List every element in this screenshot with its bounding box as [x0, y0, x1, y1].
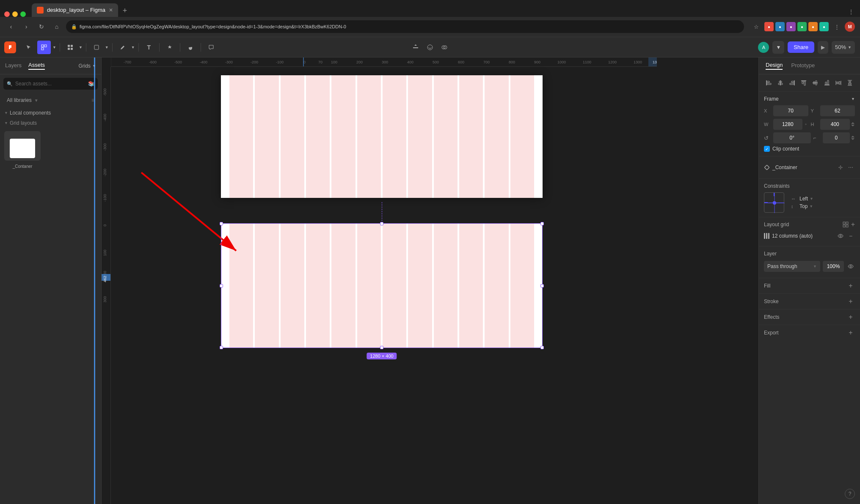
- ext-1[interactable]: ●: [764, 22, 774, 31]
- align-center-h-btn[interactable]: [775, 78, 785, 88]
- browser-menu-btn[interactable]: ⋮: [846, 7, 856, 17]
- browser-settings-btn[interactable]: ⋮: [831, 21, 842, 32]
- frame-2-container[interactable]: 1280 × 400: [221, 223, 543, 348]
- clip-content-checkbox[interactable]: ✓: [764, 146, 770, 152]
- ext-4[interactable]: ●: [797, 22, 807, 31]
- w-input[interactable]: [773, 119, 802, 130]
- align-top-btn[interactable]: [799, 78, 808, 88]
- comment-tool-btn[interactable]: [204, 41, 218, 54]
- layer-visibility-btn[interactable]: [846, 262, 855, 271]
- frame-caret[interactable]: ▼: [851, 97, 855, 101]
- close-btn[interactable]: [4, 11, 10, 17]
- tab-design[interactable]: Design: [766, 62, 783, 70]
- zoom-level[interactable]: 50%: [835, 44, 846, 50]
- ext-5[interactable]: ●: [808, 22, 818, 31]
- help-button[interactable]: ?: [845, 489, 855, 499]
- address-bar[interactable]: 🔒 figma.com/file/DtfNRPVhtOSyqHeOgZegWA/…: [66, 20, 744, 33]
- active-tab[interactable]: desktop_layout – Figma ✕: [32, 3, 118, 17]
- corner-stepper[interactable]: [851, 135, 855, 140]
- search-input[interactable]: Search assets...: [15, 81, 85, 87]
- layer-mode-text: Pass through: [767, 263, 797, 269]
- corner-input[interactable]: [823, 132, 850, 143]
- local-components-section[interactable]: ▼ Local components: [0, 107, 101, 118]
- shape-tool-btn[interactable]: [90, 41, 103, 54]
- frame-tool-btn[interactable]: [37, 41, 51, 54]
- library-icon[interactable]: 📚: [88, 81, 94, 87]
- frame-1[interactable]: [221, 75, 543, 198]
- minimize-btn[interactable]: [12, 11, 18, 17]
- forward-btn[interactable]: ›: [20, 21, 32, 33]
- grid-minus-btn[interactable]: −: [846, 232, 855, 240]
- figma-menu-btn[interactable]: [4, 41, 16, 53]
- refresh-btn[interactable]: ↻: [36, 21, 47, 33]
- align-left-btn[interactable]: [764, 78, 774, 88]
- align-bottom-btn[interactable]: [822, 78, 832, 88]
- component-item[interactable]: _Contaner: [4, 131, 41, 169]
- canvas-viewport[interactable]: 1280 × 400: [111, 67, 758, 504]
- align-right-btn[interactable]: [787, 78, 797, 88]
- y-input[interactable]: [820, 105, 855, 116]
- select-tool-btn[interactable]: [63, 41, 77, 54]
- grid-layouts-section[interactable]: ▼ Grid layouts: [0, 118, 101, 128]
- distribute-v-btn[interactable]: [845, 78, 855, 88]
- ext-6[interactable]: ●: [819, 22, 829, 31]
- back-btn[interactable]: ‹: [5, 21, 17, 33]
- effects-add-btn[interactable]: +: [846, 313, 855, 321]
- resource-tool-btn[interactable]: [163, 41, 176, 54]
- f2-grid-col-1: [229, 223, 253, 348]
- all-libraries-item[interactable]: All libraries ▼ ≡: [4, 96, 97, 105]
- share-button[interactable]: Share: [788, 41, 814, 53]
- frame-label[interactable]: Frame: [764, 96, 779, 102]
- h-stepper[interactable]: [851, 122, 855, 127]
- move-tool-btn[interactable]: [22, 41, 36, 54]
- align-middle-v-btn[interactable]: [810, 78, 820, 88]
- distribute-h-btn[interactable]: [833, 78, 843, 88]
- bool-ops-btn[interactable]: [438, 41, 450, 53]
- zoom-caret[interactable]: ▼: [848, 45, 852, 49]
- tool-dropdown[interactable]: ▼: [52, 45, 56, 49]
- x-input[interactable]: [773, 105, 808, 116]
- tab-prototype[interactable]: Prototype: [791, 62, 815, 69]
- component-action-2[interactable]: ⋯: [846, 163, 855, 172]
- profile-avatar[interactable]: M: [845, 22, 855, 32]
- grid-columns-label[interactable]: 12 columns (auto): [772, 233, 834, 239]
- pen-dropdown[interactable]: ▼: [131, 45, 135, 49]
- bookmark-btn[interactable]: ☆: [751, 21, 762, 32]
- component-thumbnail[interactable]: [4, 131, 41, 161]
- layout-grid-add-btn[interactable]: +: [851, 222, 855, 227]
- layer-opacity-input[interactable]: [823, 261, 844, 272]
- play-btn[interactable]: ▶: [821, 44, 825, 50]
- component-center-btn[interactable]: [410, 41, 422, 53]
- h-input[interactable]: [820, 119, 850, 130]
- maximize-btn[interactable]: [20, 11, 26, 17]
- fill-add-btn[interactable]: +: [846, 282, 855, 290]
- constraint-h-value[interactable]: Left ▼: [799, 196, 813, 202]
- shape-dropdown[interactable]: ▼: [105, 45, 109, 49]
- text-tool-btn[interactable]: T: [142, 41, 156, 54]
- ext-3[interactable]: ●: [786, 22, 796, 31]
- figma-account-btn[interactable]: ▼: [772, 41, 784, 54]
- layer-mode-dropdown[interactable]: Pass through ▼: [764, 261, 820, 272]
- assets-search-bar[interactable]: 🔍 Search assets... 📚: [3, 78, 98, 90]
- rotation-input[interactable]: [773, 132, 811, 143]
- grid-layouts-caret: ▼: [4, 121, 8, 125]
- tab-assets[interactable]: Assets: [28, 62, 45, 70]
- pen-tool-btn[interactable]: [116, 41, 130, 54]
- new-tab-btn[interactable]: +: [119, 5, 131, 17]
- select-dropdown[interactable]: ▼: [79, 45, 83, 49]
- home-btn[interactable]: ⌂: [51, 21, 63, 33]
- component-action-1[interactable]: [836, 163, 845, 172]
- grid-visibility-btn[interactable]: [836, 232, 845, 240]
- tab-grids[interactable]: Grids ▼: [78, 63, 96, 69]
- svg-rect-73: [837, 82, 838, 84]
- mask-btn[interactable]: [424, 41, 436, 53]
- stroke-add-btn[interactable]: +: [846, 297, 855, 306]
- constraint-v-value[interactable]: Top ▼: [799, 203, 813, 209]
- ext-2[interactable]: ●: [775, 22, 785, 31]
- hand-tool-btn[interactable]: [184, 41, 197, 54]
- canvas-area[interactable]: -700 -600 -500 -400 -300 -200 -100 0 70 …: [102, 58, 758, 504]
- layout-grid-icon[interactable]: [843, 222, 849, 227]
- tab-layers[interactable]: Layers: [5, 62, 22, 69]
- tab-close-btn[interactable]: ✕: [109, 7, 113, 13]
- export-add-btn[interactable]: +: [846, 329, 855, 337]
